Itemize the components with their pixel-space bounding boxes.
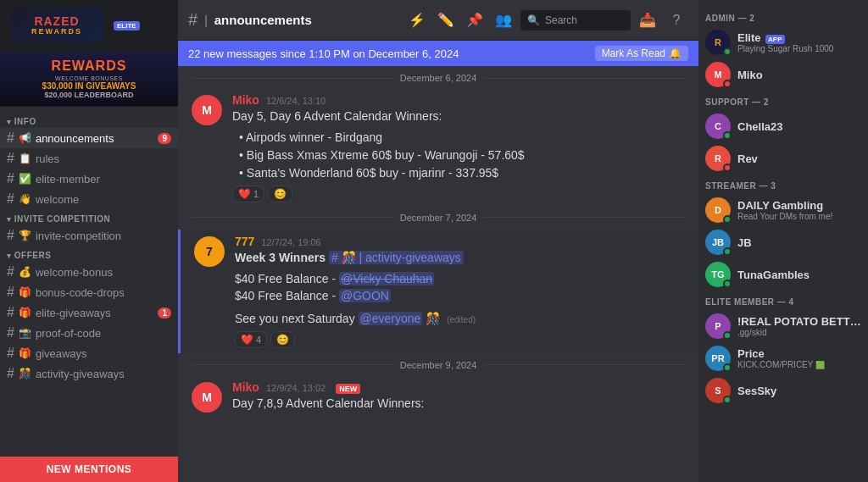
message-group-777: 7 777 12/7/24, 19:06 Week 3 Winners # 🎊 … <box>178 230 698 353</box>
elite-badge: ELITE <box>114 21 140 30</box>
status-dot-potato <box>723 331 732 340</box>
status-dot-daily <box>723 215 732 224</box>
channel-label: elite-giveaways <box>36 307 111 319</box>
user-mention-vicky[interactable]: @Vicky Chauhan <box>339 272 434 285</box>
timestamp-777: 12/7/24, 19:06 <box>261 237 320 247</box>
avatar-daily: D <box>705 197 731 223</box>
edit-icon[interactable]: ✏️ <box>434 8 458 32</box>
members-icon[interactable]: 👥 <box>492 8 515 32</box>
member-miko[interactable]: M Miko <box>698 58 868 91</box>
member-info-elite: Elite APP Playing Sugar Rush 1000 <box>737 31 861 53</box>
reaction-heart-777[interactable]: ❤️ 4 <box>235 331 267 348</box>
section-offers[interactable]: ▾ OFFERS <box>0 246 178 262</box>
channel-label: bonus-code-drops <box>36 286 125 299</box>
section-info[interactable]: ▾ INFO <box>0 112 178 128</box>
avatar-potato: P <box>705 313 731 339</box>
member-jb[interactable]: JB JB <box>698 226 868 258</box>
search-icon: 🔍 <box>527 14 540 26</box>
member-sesky[interactable]: S SesSky <box>698 374 868 407</box>
member-rev[interactable]: R Rev <box>698 142 868 175</box>
logo-razed: RAZED <box>34 15 79 27</box>
member-status-price: KICK.COM/PRICEY 🟩 <box>737 360 861 369</box>
message-group-miko1: M Miko 12/6/24, 13:10 Day 5, Day 6 Adven… <box>178 90 698 206</box>
reaction-smile-777[interactable]: 😊 <box>270 331 295 348</box>
channel-welcome-bonus[interactable]: # 💰 welcome-bonus <box>0 262 178 282</box>
message-content-miko2: Miko 12/9/24, 13:02 NEW Day 7,8,9 Advent… <box>232 380 685 413</box>
new-mentions-button[interactable]: NEW MENTIONS <box>0 457 178 482</box>
notif-badge-elite-giveaways: 1 <box>158 307 171 319</box>
help-icon[interactable]: ? <box>665 8 688 32</box>
channel-elite-giveaways[interactable]: # 🎁 elite-giveaways 1 <box>0 302 178 323</box>
member-info-rev: Rev <box>737 152 861 165</box>
member-name-miko: Miko <box>737 69 861 81</box>
status-dot-miko <box>723 80 732 88</box>
banner-subtitle1: WELCOME BONUSES <box>7 75 171 81</box>
bullet-item: Airpods winner - Birdgang <box>239 129 685 147</box>
new-messages-bar: 22 new messages since 1:10 PM on Decembe… <box>178 41 698 66</box>
chat-header: # | announcements ⚡ ✏️ 📌 👥 🔍 📥 ? <box>178 0 698 41</box>
logo-rewards: REWARDS <box>31 27 82 36</box>
inbox-icon[interactable]: 📥 <box>636 8 659 32</box>
date-divider-dec9: December 9, 2024 <box>192 360 685 370</box>
status-dot-rev <box>723 163 732 172</box>
member-price[interactable]: PR Price KICK.COM/PRICEY 🟩 <box>698 342 868 374</box>
avatar-elite: R <box>705 30 731 55</box>
channel-label: giveaways <box>36 347 87 360</box>
channel-proof-of-code[interactable]: # 📸 proof-of-code <box>0 323 178 343</box>
section-invite[interactable]: ▾ INVITE COMPETITION <box>0 209 178 225</box>
user-mention-goon[interactable]: @GOON <box>339 289 391 302</box>
status-dot-chella <box>723 131 732 140</box>
date-divider-dec7: December 7, 2024 <box>192 213 685 223</box>
avatar-777: 7 <box>194 236 225 267</box>
reaction-heart[interactable]: ❤️ 1 <box>232 186 264 202</box>
status-dot-price <box>723 363 732 372</box>
channel-invite-competition[interactable]: # 🏆 invite-competition <box>0 225 178 246</box>
avatar-tuna: TG <box>705 262 731 287</box>
bell-icon: 🔔 <box>669 47 682 59</box>
channel-elite-member[interactable]: # ✅ elite-member <box>0 169 178 189</box>
right-sidebar: ADMIN — 2 R Elite APP Playing Sugar Rush… <box>698 0 868 482</box>
channel-giveaways[interactable]: # 🎁 giveaways <box>0 343 178 363</box>
balance-line1: $40 Free Balance - @Vicky Chauhan <box>235 271 685 288</box>
member-daily[interactable]: D DAILY Gambling Read Your DMs from me! <box>698 194 868 226</box>
member-elite[interactable]: R Elite APP Playing Sugar Rush 1000 <box>698 26 868 58</box>
threads-icon[interactable]: ⚡ <box>405 8 429 32</box>
server-logo: RAZED REWARDS <box>10 8 103 42</box>
channel-announcements[interactable]: # 📢 announcements 9 <box>0 128 178 148</box>
reaction-smile[interactable]: 😊 <box>268 186 292 202</box>
message-header-777: 777 12/7/24, 19:06 <box>235 235 685 248</box>
member-tuna[interactable]: TG TunaGambles <box>698 258 868 291</box>
channel-activity-giveaways[interactable]: # 🎊 activity-giveaways <box>0 363 178 384</box>
server-header[interactable]: RAZED REWARDS ELITE <box>0 0 178 52</box>
channel-welcome[interactable]: # 👋 welcome <box>0 189 178 209</box>
search-box[interactable]: 🔍 <box>520 10 631 30</box>
user-mention-everyone[interactable]: @everyone <box>359 312 423 325</box>
mark-as-read-button[interactable]: Mark As Read 🔔 <box>595 46 688 61</box>
avatar-miko-right: M <box>705 62 731 87</box>
member-chella[interactable]: C Chella23 <box>698 110 868 142</box>
message-content-miko1: Miko 12/6/24, 13:10 Day 5, Day 6 Advent … <box>232 93 685 202</box>
search-input[interactable] <box>545 14 613 26</box>
channel-label: proof-of-code <box>36 327 101 340</box>
member-status-potato: .gg/skid <box>737 328 861 337</box>
message-text-miko1: Day 5, Day 6 Advent Calendar Winners: <box>232 108 685 125</box>
channel-label: welcome-bonus <box>36 266 113 279</box>
channel-mention-activity[interactable]: # 🎊 | activity-giveaways <box>329 251 464 264</box>
notif-badge-announcements: 9 <box>158 133 171 144</box>
member-status-elite: Playing Sugar Rush 1000 <box>737 44 861 53</box>
member-info-daily: DAILY Gambling Read Your DMs from me! <box>737 199 861 221</box>
channel-bonus-code-drops[interactable]: # 🎁 bonus-code-drops <box>0 282 178 302</box>
status-dot-jb <box>723 247 732 256</box>
banner-area: REWARDS WELCOME BONUSES $30,000 IN GIVEA… <box>0 52 178 107</box>
member-info-sesky: SesSky <box>737 385 861 397</box>
avatar-rev: R <box>705 146 731 171</box>
pin-icon[interactable]: 📌 <box>463 8 487 32</box>
message-group-miko2: M Miko 12/9/24, 13:02 NEW Day 7,8,9 Adve… <box>178 377 698 416</box>
section-elite-member: ELITE MEMBER — 4 <box>698 291 868 310</box>
avatar-jb: JB <box>705 230 731 255</box>
member-name-jb: JB <box>737 236 861 249</box>
member-potato[interactable]: P !REAL POTATO BETTER .gg/skid <box>698 310 868 342</box>
member-info-tuna: TunaGambles <box>737 269 861 281</box>
member-name-tuna: TunaGambles <box>737 269 861 281</box>
channel-rules[interactable]: # 📋 rules <box>0 148 178 169</box>
